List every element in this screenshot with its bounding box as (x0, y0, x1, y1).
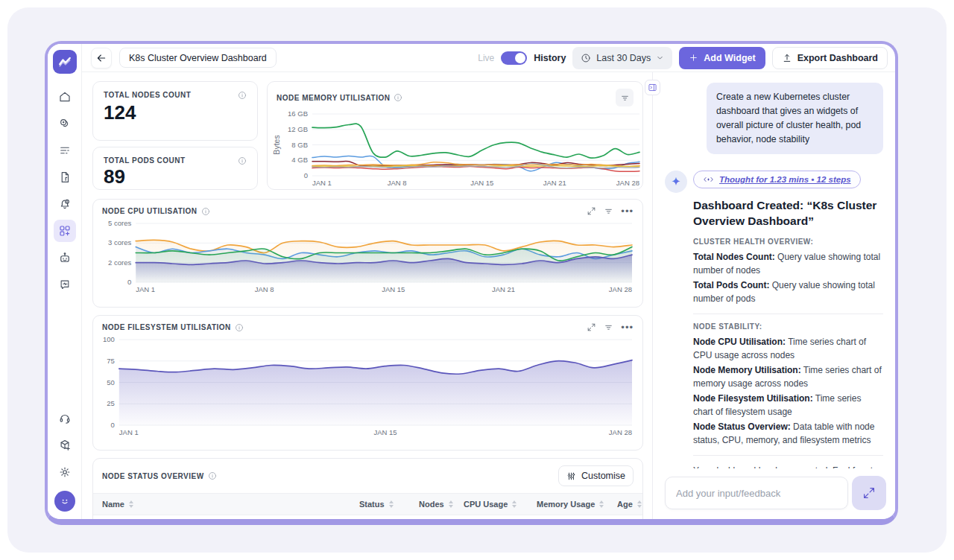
total-nodes-title: TOTAL NODES COUNT (104, 91, 191, 99)
svg-text:JAN 28: JAN 28 (609, 428, 632, 436)
back-arrow-icon (95, 52, 107, 64)
alert-bell-icon (58, 197, 72, 211)
column-header-cpu-usage[interactable]: CPU Usage (464, 500, 537, 509)
info-icon (238, 156, 247, 165)
sidebar-item-integrations[interactable] (54, 434, 76, 456)
node-memory-chart[interactable]: 04 GB8 GB12 GB16 GBBytesJAN 1JAN 8JAN 15… (272, 109, 645, 188)
add-widget-label: Add Widget (704, 53, 755, 63)
back-button[interactable] (91, 48, 112, 69)
dashboard-title[interactable]: K8s Cluster Overview Dashboard (119, 48, 277, 68)
filter-button[interactable] (604, 206, 613, 216)
column-header-name[interactable]: Name (102, 500, 359, 509)
sidebar-item-home[interactable] (54, 86, 76, 108)
sidebar-item-documents[interactable] (54, 166, 76, 188)
sidebar-item-ai-bot[interactable] (54, 246, 76, 269)
divider (693, 314, 883, 314)
thought-steps-label: Thought for 1.23 mins • 12 steps (719, 175, 851, 184)
column-header-nodes[interactable]: Nodes (419, 500, 464, 509)
ai-avatar (665, 171, 687, 193)
svg-text:75: 75 (107, 357, 115, 365)
user-avatar[interactable] (54, 491, 75, 512)
settings-gear-icon (58, 465, 72, 479)
more-options-button[interactable]: ••• (621, 325, 634, 331)
svg-text:JAN 28: JAN 28 (609, 285, 632, 293)
export-dashboard-button[interactable]: Export Dashboard (772, 47, 888, 69)
history-label: History (534, 53, 566, 63)
svg-text:JAN 15: JAN 15 (373, 428, 397, 436)
filter-button[interactable] (616, 89, 634, 106)
sidebar-item-dashboards[interactable] (54, 220, 76, 242)
column-header-memory-usage[interactable]: Memory Usage (537, 500, 617, 509)
sidebar-item-settings[interactable] (54, 461, 76, 483)
customise-button[interactable]: Customise (558, 465, 634, 486)
integrations-icon (58, 439, 72, 452)
chat-input[interactable] (665, 477, 848, 509)
sidebar-item-alerts[interactable] (54, 193, 76, 215)
expand-button[interactable] (587, 206, 596, 216)
clock-icon (581, 53, 591, 63)
live-history-toggle[interactable] (501, 51, 527, 65)
section-node-stability: NODE STABILITY: Node CPU Utilisation: Ti… (693, 322, 883, 447)
expand-chat-button[interactable] (852, 476, 886, 510)
info-icon (238, 91, 247, 100)
widget-node-filesystem: NODE FILESYSTEM UTILISATION ••• 02550751… (92, 315, 643, 451)
table-row[interactable]: java-claspath-internal call-cf902-lkaskc… (93, 515, 643, 519)
section-title: CLUSTER HEALTH OVERVIEW: (693, 238, 883, 246)
chat-heading: Dashboard Created: “K8s Cluster Overview… (693, 198, 883, 229)
svg-text:JAN 8: JAN 8 (388, 179, 407, 187)
expand-icon (587, 206, 596, 216)
filesystem-chart-title: NODE FILESYSTEM UTILISATION (102, 323, 231, 331)
time-range-select[interactable]: Last 30 Days (572, 47, 672, 69)
svg-text:50: 50 (107, 378, 115, 386)
section-item: Node Memory Utilisation: Time series cha… (693, 363, 883, 390)
svg-text:25: 25 (107, 399, 115, 407)
thought-steps-pill[interactable]: Thought for 1.23 mins • 12 steps (693, 171, 861, 188)
node-cpu-chart[interactable]: 02 cores3 cores5 coresJAN 1JAN 8JAN 15JA… (98, 219, 638, 295)
document-icon (58, 171, 72, 184)
svg-text:JAN 1: JAN 1 (136, 285, 155, 293)
svg-text:12 GB: 12 GB (288, 125, 308, 133)
expand-icon (862, 486, 876, 500)
app-window: K8s Cluster Overview Dashboard Live Hist… (45, 41, 898, 525)
sliders-icon (566, 471, 576, 481)
expand-icon (587, 322, 596, 332)
node-filesystem-chart[interactable]: 0255075100JAN 1JAN 15JAN 28 (98, 335, 638, 438)
cpu-chart-title: NODE CPU UTILISATION (102, 207, 198, 215)
filter-icon (604, 206, 613, 216)
sidebar-item-query-logs[interactable] (54, 139, 76, 162)
sparkle-icon (669, 175, 683, 188)
top-bar: K8s Cluster Overview Dashboard Live Hist… (82, 44, 895, 72)
svg-text:4 GB: 4 GB (291, 156, 308, 164)
more-options-button[interactable]: ••• (621, 209, 634, 214)
cost-icon (58, 117, 72, 130)
expand-button[interactable] (587, 322, 596, 332)
sidebar-item-cost[interactable] (54, 112, 76, 135)
section-item: Node Filesystem Utilisation: Time series… (693, 392, 883, 419)
svg-text:JAN 28: JAN 28 (616, 179, 639, 187)
customise-label: Customise (581, 471, 625, 481)
dashboard-canvas: TOTAL NODES COUNT 124 TOTAL PODS COUNT 8… (82, 72, 652, 519)
info-icon (201, 207, 210, 216)
svg-text:JAN 21: JAN 21 (492, 285, 515, 293)
filter-button[interactable] (604, 322, 613, 332)
svg-text:JAN 15: JAN 15 (470, 179, 493, 187)
widget-total-pods[interactable]: TOTAL PODS COUNT 89 (92, 147, 258, 190)
add-widget-button[interactable]: Add Widget (679, 47, 765, 69)
time-range-label: Last 30 Days (596, 53, 651, 63)
svg-text:JAN 8: JAN 8 (255, 285, 274, 293)
collapse-panel-button[interactable] (645, 80, 660, 95)
widget-total-nodes[interactable]: TOTAL NODES COUNT 124 (92, 81, 258, 141)
code-sparkle-icon (703, 175, 714, 184)
svg-text:8 GB: 8 GB (291, 141, 308, 149)
query-logs-icon (58, 144, 72, 157)
sidebar-item-support[interactable] (54, 407, 76, 430)
info-icon (235, 323, 244, 332)
svg-text:JAN 1: JAN 1 (312, 179, 332, 187)
svg-text:Bytes: Bytes (272, 135, 281, 154)
total-pods-title: TOTAL PODS COUNT (104, 156, 186, 165)
column-header-age[interactable]: Age (617, 500, 643, 509)
section-item: Total Pods Count: Query value showing to… (693, 279, 883, 305)
sidebar-item-feedback[interactable] (54, 273, 76, 296)
app-logo[interactable] (53, 50, 77, 74)
column-header-status[interactable]: Status (359, 500, 419, 509)
